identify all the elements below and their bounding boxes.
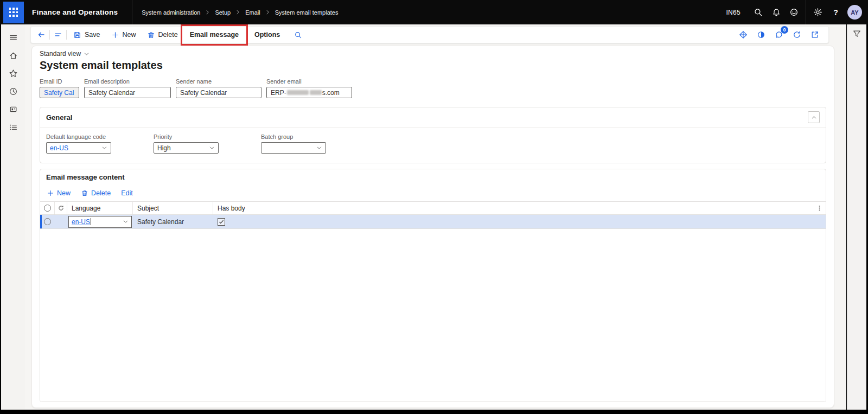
environment-badge: IN65 [726, 9, 741, 16]
row-subject-cell[interactable]: Safety Calendar [133, 218, 213, 226]
notifications-bell-icon[interactable] [767, 0, 785, 24]
grid-more-icon[interactable] [813, 202, 826, 214]
general-section-header[interactable]: General [40, 107, 826, 128]
email-content-section-header[interactable]: Email message content [40, 169, 826, 185]
toolbar-divider [66, 30, 67, 40]
view-selector[interactable]: Standard view [40, 50, 90, 58]
left-navigation-rail [1, 24, 25, 410]
batch-group-group: Batch group [261, 133, 326, 154]
grid-refresh-icon[interactable] [55, 202, 67, 214]
app-window: Finance and Operations System administra… [0, 0, 868, 414]
modules-list-icon[interactable] [6, 120, 20, 134]
grid-empty-area [40, 229, 826, 402]
new-button[interactable]: New [106, 27, 142, 43]
row-select-radio[interactable] [44, 218, 51, 225]
grid-delete-button[interactable]: Delete [81, 189, 111, 197]
email-description-group: Email description Safety Calendar [84, 78, 171, 98]
user-avatar[interactable]: AY [847, 5, 862, 20]
grid-row-selected[interactable]: en-US Safety Calendar [40, 215, 826, 229]
chevron-right-icon [235, 10, 240, 15]
home-icon[interactable] [6, 48, 20, 62]
options-tab[interactable]: Options [248, 27, 286, 43]
grid-header-row: Language Subject Has body [40, 201, 826, 215]
top-navigation-bar: Finance and Operations System administra… [0, 0, 868, 24]
side-panel-contrast-icon[interactable] [754, 28, 768, 42]
recent-clock-icon[interactable] [6, 84, 20, 98]
grid-toolbar: New Delete Edit [40, 185, 826, 201]
sender-name-field[interactable]: Safety Calendar [176, 87, 261, 98]
row-language-dropdown[interactable]: en-US [68, 216, 132, 228]
grid-new-button[interactable]: New [47, 189, 71, 197]
sender-email-group: Sender email ERP-s.com [266, 78, 352, 98]
collapse-section-button[interactable] [808, 111, 820, 123]
breadcrumb-item-current[interactable]: System email templates [275, 9, 339, 16]
batch-group-dropdown[interactable] [261, 142, 326, 154]
delete-button[interactable]: Delete [142, 27, 183, 43]
email-content-section: Email message content New Delete Edit [40, 169, 826, 402]
email-description-label: Email description [84, 78, 171, 85]
topbar-divider [132, 0, 132, 24]
plus-icon [47, 189, 54, 197]
action-pane-right-icons: 0 [736, 28, 825, 42]
notification-count-badge: 0 [781, 26, 788, 34]
chevron-down-icon [101, 145, 107, 151]
power-apps-diamond-icon[interactable] [736, 28, 750, 42]
email-message-tab[interactable]: Email message [183, 27, 245, 43]
email-id-group: Email ID Safety Cal [40, 78, 79, 98]
select-all-radio[interactable] [44, 205, 51, 212]
chevron-down-icon [84, 51, 90, 57]
workspace-icon[interactable] [6, 102, 20, 116]
open-in-new-window-icon[interactable] [808, 28, 822, 42]
text-caret [91, 218, 91, 225]
toolbar-search-icon[interactable] [291, 28, 305, 42]
page-title: System email templates [40, 59, 826, 72]
chevron-down-icon [316, 145, 322, 151]
waffle-icon [9, 8, 18, 17]
feedback-smiley-icon[interactable] [785, 0, 803, 24]
search-icon[interactable] [749, 0, 767, 24]
refresh-icon[interactable] [790, 28, 804, 42]
hamburger-menu-icon[interactable] [6, 30, 20, 44]
save-button[interactable]: Save [68, 27, 106, 43]
sender-email-field[interactable]: ERP-s.com [266, 87, 352, 98]
sender-email-label: Sender email [266, 78, 352, 85]
action-pane-lines-icon[interactable] [51, 28, 65, 42]
plus-icon [111, 31, 119, 39]
chevron-down-icon [209, 145, 215, 151]
default-language-dropdown[interactable]: en-US [46, 142, 111, 154]
message-center-icon[interactable]: 0 [772, 28, 786, 42]
topbar-actions: IN65 ? AY [726, 0, 868, 24]
favorites-star-icon[interactable] [6, 66, 20, 80]
general-section: General Default language code en-US Prio… [40, 107, 826, 163]
filter-funnel-icon[interactable] [852, 29, 861, 410]
column-header-subject[interactable]: Subject [133, 202, 213, 214]
grid-edit-button[interactable]: Edit [121, 189, 133, 197]
chevron-right-icon [265, 10, 270, 15]
breadcrumb: System administration Setup Email System… [142, 9, 338, 16]
app-launcher-button[interactable] [3, 2, 24, 23]
priority-group: Priority High [154, 133, 219, 154]
has-body-checkbox[interactable] [218, 218, 225, 226]
priority-dropdown[interactable]: High [154, 142, 219, 154]
sender-name-label: Sender name [176, 78, 261, 85]
column-header-has-body[interactable]: Has body [213, 202, 813, 214]
column-header-language[interactable]: Language [67, 202, 133, 214]
email-description-field[interactable]: Safety Calendar [84, 87, 171, 98]
email-content-section-title: Email message content [46, 173, 125, 181]
app-title[interactable]: Finance and Operations [32, 8, 118, 16]
toolbar-divider [246, 30, 247, 40]
trash-icon [81, 189, 88, 197]
email-id-field[interactable]: Safety Cal [40, 87, 79, 98]
sender-name-group: Sender name Safety Calendar [176, 78, 261, 98]
breadcrumb-item[interactable]: System administration [142, 9, 200, 16]
help-icon[interactable]: ? [827, 0, 845, 24]
default-language-label: Default language code [46, 133, 111, 140]
settings-gear-icon[interactable] [809, 0, 827, 24]
breadcrumb-item[interactable]: Setup [215, 9, 231, 16]
save-icon [73, 31, 81, 39]
breadcrumb-item[interactable]: Email [245, 9, 260, 16]
general-section-body: Default language code en-US Priority Hig… [40, 128, 826, 163]
page-content-card: Standard view System email templates Ema… [31, 46, 834, 408]
back-arrow-icon[interactable] [34, 28, 48, 42]
trash-icon [147, 31, 155, 39]
